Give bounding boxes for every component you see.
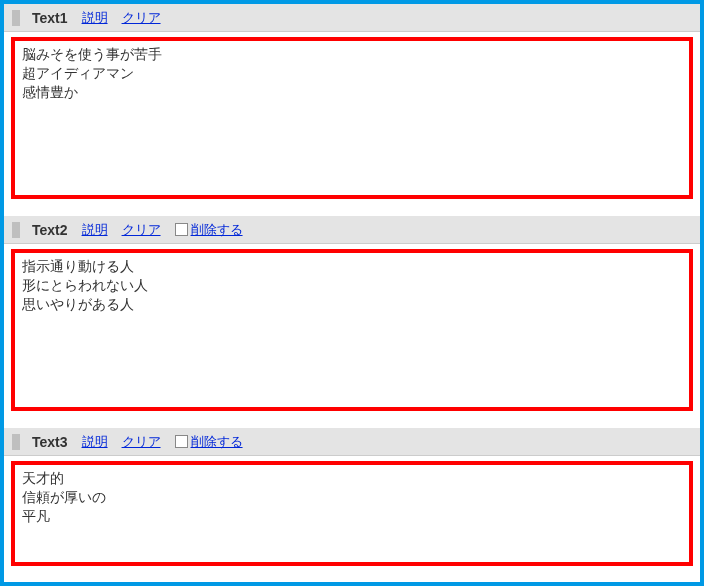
delete-link-2[interactable]: 削除する [191,221,243,239]
clear-link-2[interactable]: クリア [122,221,161,239]
explain-link-3[interactable]: 説明 [82,433,108,451]
section-header-1: Text1 説明 クリア [4,4,700,32]
explain-link-1[interactable]: 説明 [82,9,108,27]
text1-textarea[interactable] [11,37,693,199]
textarea-wrap-1 [4,32,700,212]
section-title-2: Text2 [32,222,68,238]
delete-group-2: 削除する [175,221,243,239]
section-title-3: Text3 [32,434,68,450]
text2-textarea[interactable] [11,249,693,411]
clear-link-1[interactable]: クリア [122,9,161,27]
delete-checkbox-3[interactable] [175,435,188,448]
section-header-2: Text2 説明 クリア 削除する [4,216,700,244]
textarea-wrap-3 [4,456,700,579]
app-frame: Text1 説明 クリア Text2 説明 クリア 削除する Text3 説明 … [0,0,704,586]
section-title-1: Text1 [32,10,68,26]
delete-group-3: 削除する [175,433,243,451]
textarea-wrap-2 [4,244,700,424]
clear-link-3[interactable]: クリア [122,433,161,451]
bar-icon [12,10,20,26]
bar-icon [12,222,20,238]
text3-textarea[interactable] [11,461,693,566]
delete-link-3[interactable]: 削除する [191,433,243,451]
bar-icon [12,434,20,450]
section-header-3: Text3 説明 クリア 削除する [4,428,700,456]
explain-link-2[interactable]: 説明 [82,221,108,239]
delete-checkbox-2[interactable] [175,223,188,236]
